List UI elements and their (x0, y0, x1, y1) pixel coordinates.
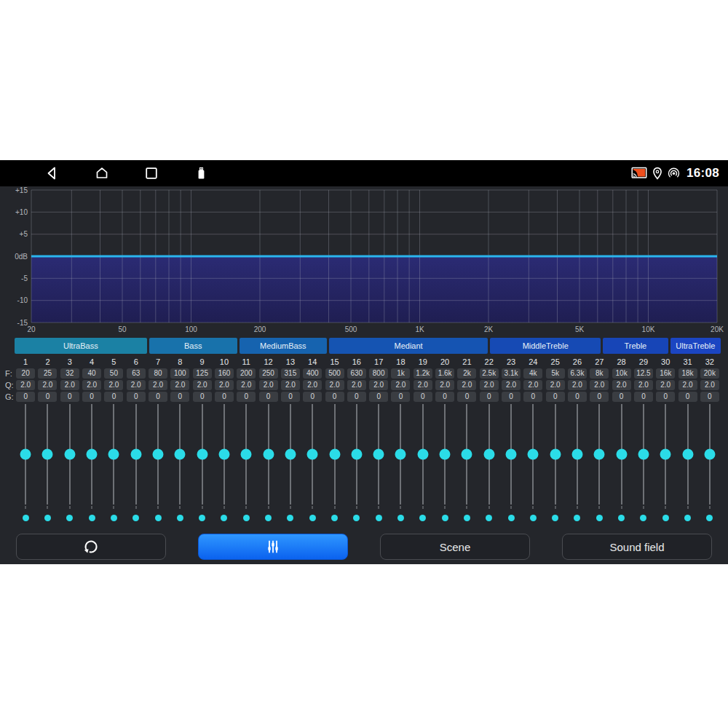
gain-value-chip: 0 (82, 392, 101, 402)
slider-knob[interactable] (704, 449, 715, 460)
eq-gain-slider[interactable] (113, 404, 114, 505)
slider-knob[interactable] (197, 449, 207, 460)
slider-knob[interactable] (483, 449, 494, 460)
eq-gain-slider[interactable] (334, 404, 336, 505)
slider-knob[interactable] (130, 449, 141, 460)
slider-knob[interactable] (506, 449, 517, 460)
eq-gain-slider[interactable] (665, 404, 666, 505)
q-value-chip: 2.0 (16, 380, 35, 390)
reset-button[interactable] (16, 534, 166, 560)
gain-value-chip: 0 (480, 392, 499, 402)
slider-knob[interactable] (153, 449, 164, 460)
eq-gain-slider[interactable] (25, 404, 26, 505)
slider-knob[interactable] (175, 449, 186, 460)
x-tick-label: 2K (484, 325, 494, 333)
slider-knob[interactable] (351, 449, 362, 460)
eq-gain-slider[interactable] (555, 404, 556, 505)
slider-knob[interactable] (462, 449, 472, 460)
slider-knob[interactable] (263, 449, 274, 460)
slider-dot (640, 515, 646, 521)
eq-gain-slider[interactable] (245, 404, 247, 505)
slider-knob[interactable] (218, 449, 229, 460)
eq-gain-slider[interactable] (179, 404, 181, 505)
hotspot-icon (667, 167, 681, 181)
slider-knob[interactable] (64, 449, 75, 460)
eq-gain-slider[interactable] (47, 404, 48, 505)
back-button[interactable] (44, 165, 61, 182)
eq-gain-slider[interactable] (91, 404, 92, 505)
freq-value-chip: 6.3k (568, 368, 587, 379)
slider-knob[interactable] (550, 449, 561, 460)
slider-knob[interactable] (440, 449, 451, 460)
track-end-tick (202, 506, 203, 509)
y-tick-label: +5 (20, 230, 28, 238)
slider-knob[interactable] (395, 449, 406, 460)
slider-knob[interactable] (616, 449, 627, 460)
q-value-chip: 2.0 (391, 380, 410, 390)
eq-gain-slider[interactable] (157, 404, 159, 505)
slider-knob[interactable] (682, 449, 693, 460)
slider-knob[interactable] (660, 449, 671, 460)
recents-icon (143, 165, 159, 181)
gain-value-chip: 0 (700, 392, 719, 402)
scene-button-label: Scene (440, 541, 471, 553)
eq-gain-slider[interactable] (223, 404, 225, 505)
usb-device-button[interactable] (192, 165, 210, 182)
slider-knob[interactable] (108, 449, 119, 460)
eq-gain-slider[interactable] (643, 404, 644, 505)
eq-gain-slider[interactable] (510, 404, 512, 505)
slider-knob[interactable] (285, 449, 296, 460)
freq-value-chip: 630 (347, 368, 366, 379)
eq-gain-slider[interactable] (290, 404, 291, 505)
freq-value-chip: 10k (612, 368, 631, 379)
gain-value-chip: 0 (656, 392, 675, 402)
eq-gain-slider[interactable] (532, 404, 534, 505)
track-end-tick (510, 506, 512, 509)
freq-value-chip: 1.6k (435, 368, 454, 379)
slider-knob[interactable] (528, 449, 539, 460)
eq-gain-slider[interactable] (687, 404, 689, 505)
scene-button[interactable]: Scene (380, 534, 530, 560)
slider-knob[interactable] (87, 449, 98, 460)
slider-knob[interactable] (307, 449, 318, 460)
q-value-chip: 2.0 (590, 380, 609, 390)
eq-gain-slider[interactable] (69, 404, 71, 505)
eq-gain-slider[interactable] (202, 404, 203, 505)
slider-knob[interactable] (417, 449, 428, 460)
eq-gain-slider[interactable] (577, 404, 578, 505)
eq-gain-slider[interactable] (356, 404, 357, 505)
gain-value-chip: 0 (369, 392, 388, 402)
gain-value-chip: 0 (391, 392, 410, 402)
gain-row-label: G: (5, 391, 14, 403)
eq-gain-slider[interactable] (312, 404, 313, 505)
eq-gain-slider[interactable] (135, 404, 137, 505)
eq-gain-slider[interactable] (268, 404, 269, 505)
eq-gain-slider[interactable] (488, 404, 490, 505)
slider-knob[interactable] (373, 449, 384, 460)
channel-number: 10 (213, 356, 235, 368)
eq-gain-slider[interactable] (378, 404, 379, 505)
eq-gain-slider[interactable] (422, 404, 424, 505)
slider-knob[interactable] (594, 449, 605, 460)
channel-number: 22 (478, 356, 500, 368)
slider-knob[interactable] (571, 449, 582, 460)
x-tick-label: 100 (185, 325, 197, 333)
home-button[interactable] (93, 165, 111, 182)
slider-knob[interactable] (329, 449, 340, 460)
recents-button[interactable] (143, 165, 160, 182)
sound-field-button[interactable]: Sound field (562, 534, 712, 560)
eq-gain-slider[interactable] (709, 404, 711, 505)
reset-icon (82, 538, 100, 555)
channel-number: 17 (368, 356, 389, 368)
back-icon (44, 165, 60, 181)
slider-knob[interactable] (638, 449, 649, 460)
eq-gain-slider[interactable] (400, 404, 401, 505)
slider-knob[interactable] (42, 449, 53, 460)
equalizer-button[interactable] (198, 534, 348, 560)
eq-gain-slider[interactable] (598, 404, 600, 505)
eq-gain-slider[interactable] (444, 404, 446, 505)
eq-gain-slider[interactable] (621, 404, 622, 505)
eq-gain-slider[interactable] (466, 404, 467, 505)
slider-knob[interactable] (241, 449, 252, 460)
slider-knob[interactable] (20, 449, 31, 460)
